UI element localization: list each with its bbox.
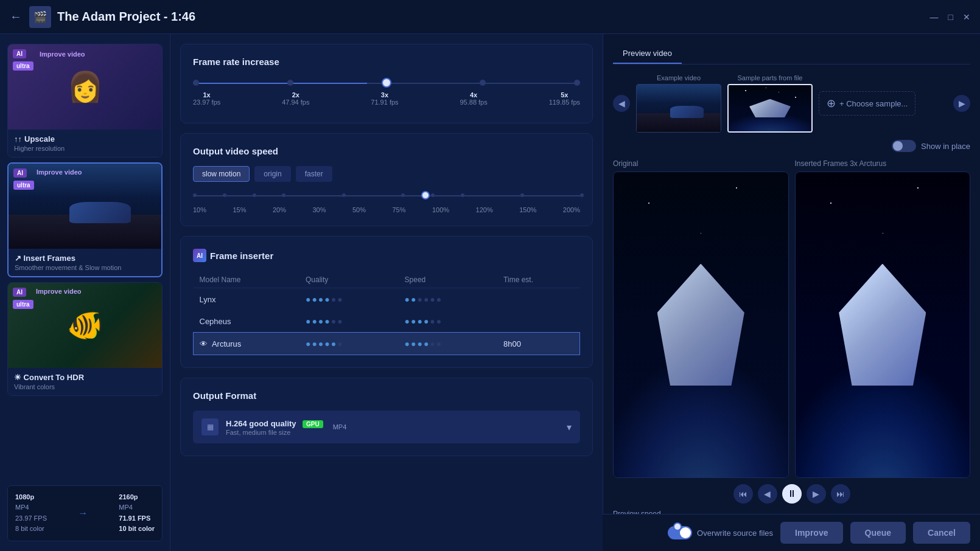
queue-button[interactable]: Queue (850, 522, 906, 544)
tab-preview-video[interactable]: Preview video (613, 44, 682, 64)
speed-btn-faster[interactable]: faster (296, 166, 332, 182)
col-model-name: Model Name (194, 272, 299, 288)
output-speed-title: Output video speed (193, 146, 580, 156)
model-row-arcturus[interactable]: 👁 Arcturus ●●●●●● ●●●●●● 8h00 (194, 333, 580, 355)
from-res: 1080p (15, 493, 34, 501)
bottom-action-bar: Overwrite source files Improve Queue Can… (603, 514, 980, 551)
fps-dot-2x[interactable] (287, 80, 293, 86)
improve-button[interactable]: Improve (780, 522, 842, 544)
forward-button[interactable]: ▶ (807, 484, 826, 504)
card-title-frames: ↗ Insert Frames (15, 254, 155, 263)
preview-prev-button[interactable]: ◀ (613, 95, 630, 112)
output-speed-card: Output video speed slow motion origin fa… (180, 133, 593, 226)
model-quality-lynx: ●●●●●● (299, 288, 399, 311)
processed-video (795, 172, 971, 478)
speed-label-120: 120% (476, 206, 493, 213)
model-row-cepheus[interactable]: Cepheus ●●●●●● ●●●●●● (194, 310, 580, 333)
sidebar-card-upscale[interactable]: 👩 AI Improve video ultra ↑↑ ↑↑ Upscale U… (7, 44, 163, 158)
left-sidebar: 👩 AI Improve video ultra ↑↑ ↑↑ Upscale U… (0, 34, 170, 551)
model-time-arcturus: 8h00 (497, 333, 579, 355)
output-format-row[interactable]: ▦ H.264 good quality GPU Fast, medium fi… (193, 411, 580, 443)
format-description: Fast, medium file size (226, 429, 323, 436)
fps-dot-4x[interactable] (480, 80, 486, 86)
improve-video-label-frames: Improve video (37, 168, 82, 176)
show-in-place-label: Show in place (921, 142, 970, 151)
minimize-button[interactable]: — (930, 12, 939, 22)
sidebar-card-hdr[interactable]: 🐠 AI Improve video ultra ☀ Convert To HD… (7, 282, 163, 396)
bottom-info-bar: 1080p MP4 23.97 FPS 8 bit color → 2160p … (7, 485, 163, 541)
speed-btn-origin[interactable]: origin (254, 166, 290, 182)
to-res: 2160p (119, 493, 138, 501)
example-video-label: Example video (657, 74, 701, 81)
model-time-cepheus (497, 310, 579, 333)
window-controls: — □ ✕ (930, 12, 970, 22)
preview-comparison: Original Inserted Frames 3x Arcturus (613, 159, 970, 478)
fps-val-1x: 23.97 fps (193, 99, 220, 106)
fps-val-5x: 119.85 fps (549, 99, 580, 106)
to-color: 10 bit color (119, 525, 155, 532)
title-bar: ← 🎬 The Adam Project - 1:46 — □ ✕ (0, 0, 980, 34)
right-panel: Preview video ◀ Example video Sample par… (603, 34, 980, 551)
close-button[interactable]: ✕ (963, 12, 970, 22)
original-label: Original (613, 159, 789, 168)
example-video-thumb[interactable] (636, 84, 721, 133)
speed-label-75: 75% (393, 206, 406, 213)
model-speed-arcturus: ●●●●●● (399, 333, 498, 355)
rewind-button[interactable]: ◀ (758, 484, 777, 504)
frame-rate-slider[interactable]: 1x 23.97 fps 2x 47.94 fps 3x 71.91 fps 4… (193, 77, 580, 106)
format-container: MP4 (333, 423, 347, 431)
speed-btn-slow-motion[interactable]: slow motion (193, 166, 250, 182)
sample-parts-label: Sample parts from file (738, 74, 803, 81)
card-sub-frames: Smoother movement & Slow motion (15, 264, 155, 271)
sidebar-card-insert-frames[interactable]: AI Improve video ultra ↗ Insert Frames S… (7, 162, 163, 277)
speed-label-150: 150% (519, 206, 536, 213)
format-codec: H.264 good quality (226, 419, 296, 428)
improve-video-label-hdr: Improve video (36, 288, 82, 295)
eye-icon: 👁 (200, 339, 208, 348)
rewind-fast-button[interactable]: ⏮ (733, 484, 753, 504)
back-button[interactable]: ← (10, 10, 22, 24)
overwrite-toggle-row: Overwrite source files (668, 526, 773, 539)
model-time-lynx (497, 288, 579, 311)
fps-dot-5x[interactable] (574, 80, 580, 86)
forward-fast-button[interactable]: ⏭ (831, 484, 850, 504)
card-title-upscale: ↑↑ ↑↑ Upscale Upscale (14, 134, 156, 144)
window-title: The Adam Project - 1:46 (57, 10, 930, 24)
model-row-lynx[interactable]: Lynx ●●●●●● ●●●●●● (194, 288, 580, 311)
fps-mult-4x: 4x (460, 91, 487, 99)
output-format-title: Output Format (193, 390, 580, 401)
pause-button[interactable]: ⏸ (782, 484, 802, 504)
speed-label-15: 15% (233, 206, 247, 213)
app-icon: 🎬 (29, 6, 51, 28)
show-in-place-toggle[interactable] (892, 140, 916, 152)
preview-tabs: Preview video (613, 44, 970, 64)
speed-label-10: 10% (193, 206, 206, 213)
conversion-arrow: → (78, 508, 88, 519)
choose-sample-button[interactable]: ⊕ + Choose sample... (819, 91, 915, 116)
main-layout: 👩 AI Improve video ultra ↑↑ ↑↑ Upscale U… (0, 34, 980, 551)
model-speed-cepheus: ●●●●●● (399, 310, 498, 333)
from-container: MP4 (15, 502, 47, 513)
gpu-tag: GPU (303, 420, 323, 428)
speed-label-50: 50% (352, 206, 366, 213)
sample-parts-thumb[interactable] (727, 84, 813, 133)
speed-label-30: 30% (313, 206, 326, 213)
ai-badge-hdr: AI (13, 288, 26, 297)
maximize-button[interactable]: □ (948, 12, 953, 22)
to-container: MP4 (119, 502, 155, 513)
original-video (613, 172, 789, 478)
preview-next-button[interactable]: ▶ (953, 95, 970, 112)
processed-label: Inserted Frames 3x Arcturus (795, 159, 971, 168)
output-speed-slider[interactable] (193, 189, 580, 201)
fps-val-2x: 47.94 fps (282, 99, 309, 106)
fps-dot-3x[interactable] (382, 78, 391, 88)
model-speed-lynx: ●●●●●● (399, 288, 498, 311)
cancel-button[interactable]: Cancel (913, 522, 970, 544)
speed-label-20: 20% (273, 206, 286, 213)
frame-inserter-card: AI Frame inserter Model Name Quality Spe… (180, 236, 593, 368)
model-name-arcturus: 👁 Arcturus (194, 333, 299, 355)
model-table: Model Name Quality Speed Time est. Lynx … (193, 272, 580, 355)
fps-dot-1x[interactable] (193, 80, 199, 86)
ultra-badge-frames: ultra (13, 181, 34, 190)
speed-label-100: 100% (432, 206, 449, 213)
